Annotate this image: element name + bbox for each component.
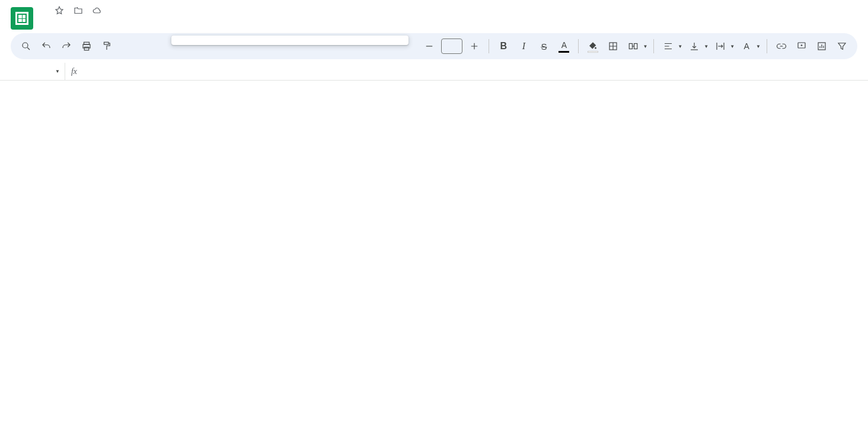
redo-icon[interactable] [58, 38, 75, 55]
move-icon[interactable] [72, 5, 84, 17]
svg-rect-7 [630, 44, 633, 49]
decrease-font-icon[interactable] [421, 38, 438, 55]
svg-point-5 [595, 47, 596, 49]
star-icon[interactable] [53, 5, 65, 17]
cloud-icon[interactable] [91, 5, 103, 17]
svg-point-0 [23, 43, 28, 48]
filter-icon[interactable] [834, 38, 850, 55]
horizontal-align-button[interactable]: ▼ [660, 38, 682, 55]
name-box[interactable]: ▼ [5, 63, 65, 80]
text-rotation-button[interactable]: A▼ [738, 38, 761, 55]
insert-chart-icon[interactable] [813, 38, 830, 55]
svg-rect-4 [104, 42, 109, 44]
print-icon[interactable] [78, 38, 95, 55]
paint-format-icon[interactable] [98, 38, 115, 55]
insert-link-icon[interactable] [773, 38, 790, 55]
toolbar: B I S A ▼ ▼ ▼ ▼ A▼ [11, 33, 857, 59]
strikethrough-icon[interactable]: S [535, 38, 552, 55]
undo-icon[interactable] [38, 38, 55, 55]
font-size-input[interactable] [441, 39, 462, 54]
search-menus-icon[interactable] [18, 38, 34, 55]
sheets-logo[interactable] [11, 7, 33, 30]
borders-icon[interactable] [605, 38, 621, 55]
fill-color-icon[interactable] [585, 38, 601, 55]
merge-cells-button[interactable]: ▼ [625, 38, 647, 55]
italic-icon[interactable]: I [515, 38, 532, 55]
svg-rect-8 [634, 44, 637, 49]
increase-font-icon[interactable] [466, 38, 483, 55]
fx-icon: fx [65, 67, 83, 76]
svg-rect-3 [84, 47, 89, 50]
bold-icon[interactable]: B [495, 38, 512, 55]
text-color-icon[interactable]: A [556, 38, 572, 55]
format-menu [171, 36, 409, 45]
insert-comment-icon[interactable] [793, 38, 810, 55]
vertical-align-button[interactable]: ▼ [686, 38, 709, 55]
text-wrap-button[interactable]: ▼ [712, 38, 735, 55]
document-title[interactable] [42, 9, 46, 12]
